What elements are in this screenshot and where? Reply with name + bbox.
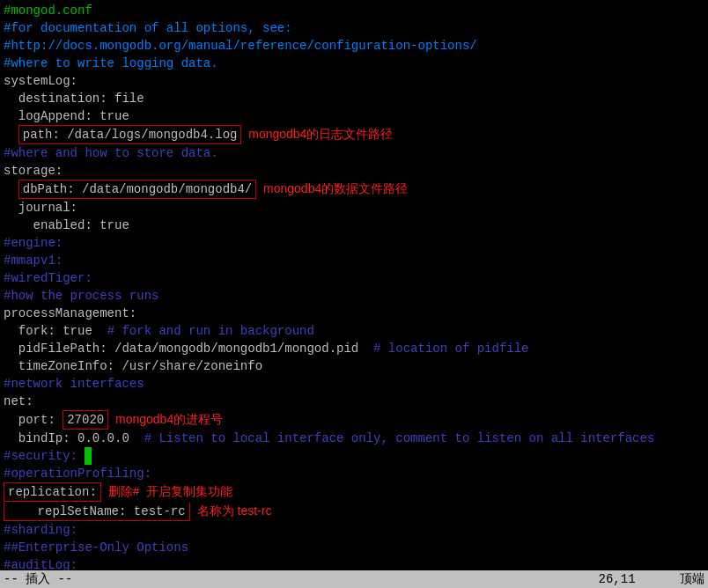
line-23: net:: [4, 393, 704, 410]
line-24: port: 27020 mongodb4的进程号: [4, 410, 704, 430]
line-5: systemLog:: [4, 72, 704, 90]
line-27: #operationProfiling:: [4, 465, 704, 482]
line-29: #sharding:: [4, 521, 704, 539]
path-log-box: path: /data/logs/mongodb4.log: [18, 125, 242, 144]
line-17: #how the process runs: [4, 287, 704, 305]
line-15: #mmapv1:: [4, 252, 704, 269]
line-4: #where to write logging data.: [4, 55, 704, 72]
line-13: enabled: true: [4, 217, 704, 234]
line-26: #security:: [4, 447, 704, 465]
line-1: #mongod.conf: [4, 2, 704, 19]
editor-content: #mongod.conf #for documentation of all o…: [4, 2, 704, 572]
line-21: timeZoneInfo: /usr/share/zoneinfo: [4, 357, 704, 375]
dbpath-box: dbPath: /data/mongodb/mongodb4/: [18, 180, 256, 199]
line-16: #wiredTiger:: [4, 269, 704, 287]
line-22: #network interfaces: [4, 375, 704, 393]
line-6: destination: file: [4, 90, 704, 107]
line-11: dbPath: /data/mongodb/mongodb4/ mongodb4…: [4, 180, 704, 199]
line-7: logAppend: true: [4, 107, 704, 125]
line-2: #for documentation of all options, see:: [4, 19, 704, 37]
line-25: bindIp: 0.0.0.0 # Listen to local interf…: [4, 430, 704, 447]
line-19: fork: true # fork and run in background: [4, 322, 704, 340]
status-mode: -- 插入 --: [4, 571, 72, 587]
replication-box-2: replSetName: test-rc: [4, 503, 190, 521]
replication-box: replication:: [4, 482, 101, 502]
line-30: ##Enterprise-Only Options: [4, 539, 704, 556]
line-12: journal:: [4, 199, 704, 217]
line-28-b: replSetName: test-rc名称为 test-rc: [4, 502, 704, 521]
line-3: #http://docs.mongodb.org/manual/referenc…: [4, 37, 704, 55]
line-28-a: replication:删除# 开启复制集功能: [4, 482, 704, 502]
port-box: 27020: [63, 410, 108, 430]
status-position: 26,11 顶端: [599, 571, 704, 587]
line-10: storage:: [4, 162, 704, 180]
line-20: pidFilePath: /data/mongodb/mongodb1/mong…: [4, 340, 704, 357]
line-14: #engine:: [4, 234, 704, 252]
line-8: path: /data/logs/mongodb4.log mongodb4的日…: [4, 125, 704, 144]
terminal-window: #mongod.conf #for documentation of all o…: [0, 0, 708, 588]
line-9: #where and how to store data.: [4, 144, 704, 162]
status-bar: -- 插入 -- 26,11 顶端: [0, 570, 708, 588]
line-18: processManagement:: [4, 305, 704, 322]
